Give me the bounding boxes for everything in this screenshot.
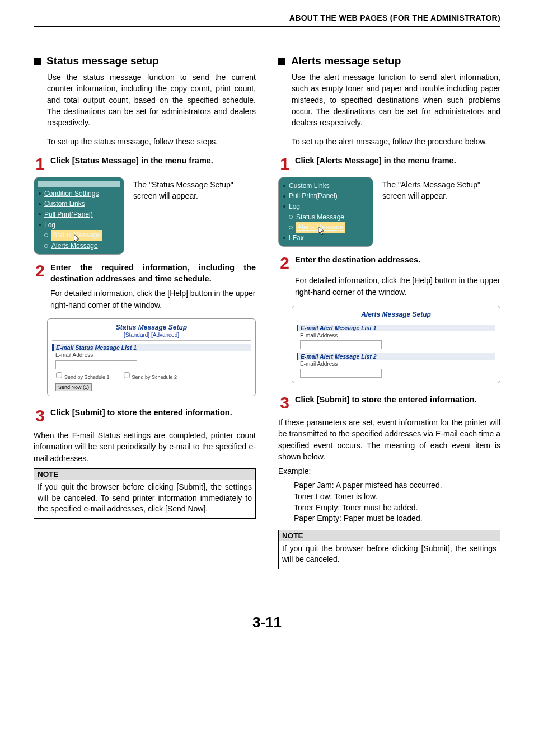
example-item: Paper Jam: A paper misfeed has occurred. bbox=[294, 480, 500, 491]
step3r-title: Click [Submit] to store the entered info… bbox=[295, 395, 500, 411]
step-number-3: 3 bbox=[278, 395, 289, 411]
note-box-status: NOTE If you quit the browser before clic… bbox=[34, 468, 256, 519]
email-field[interactable] bbox=[300, 340, 382, 349]
email-field[interactable] bbox=[300, 369, 382, 378]
step1-caption: The "Status Message Setup" screen will a… bbox=[133, 177, 256, 255]
email-field[interactable] bbox=[55, 360, 137, 369]
note-box-alerts: NOTE If you quit the browser before clic… bbox=[278, 530, 500, 569]
example-item: Toner Empty: Toner must be added. bbox=[294, 503, 500, 514]
step2r-detail: For detailed information, click the [Hel… bbox=[295, 275, 500, 298]
note-body: If you quit the browser before clicking … bbox=[34, 480, 255, 518]
cursor-icon bbox=[318, 227, 326, 236]
shot-label: E-mail Address bbox=[55, 352, 251, 358]
schedule2-checkbox[interactable]: Send by Schedule 2 bbox=[123, 372, 177, 380]
page-number: 3-11 bbox=[34, 614, 500, 631]
square-bullet-icon bbox=[278, 58, 285, 65]
menu-link-highlighted[interactable]: Status Message bbox=[51, 230, 102, 241]
menu-link[interactable]: Pull Print(Panel) bbox=[289, 191, 338, 201]
step-number-2: 2 bbox=[278, 255, 289, 271]
right-column: Alerts message setup Use the alert messa… bbox=[278, 55, 500, 569]
menu-link[interactable]: Status Message bbox=[296, 212, 344, 223]
shot-group: E-mail Status Message List 1 bbox=[52, 344, 251, 351]
cursor-icon bbox=[74, 234, 82, 243]
step1r-title: Click [Alerts Message] in the menu frame… bbox=[295, 156, 500, 172]
shot-title: Alerts Message Setup bbox=[297, 311, 495, 318]
menu-text: Log bbox=[44, 220, 55, 231]
menu-link[interactable]: Custom Links bbox=[44, 199, 85, 209]
header-divider bbox=[34, 26, 500, 27]
example-item: Toner Low: Toner is low. bbox=[294, 491, 500, 503]
example-list: Paper Jam: A paper misfeed has occurred.… bbox=[294, 480, 500, 524]
shot-label: E-mail Address bbox=[300, 332, 495, 339]
alerts-setup-screenshot: Alerts Message Setup E-mail Alert Messag… bbox=[292, 306, 500, 383]
step-number-1: 1 bbox=[278, 156, 289, 172]
menu-link[interactable]: Custom Links bbox=[289, 181, 330, 191]
shot-title: Status Message Setup bbox=[52, 323, 251, 331]
shot-label: E-mail Address bbox=[300, 361, 495, 367]
page-header: ABOUT THE WEB PAGES (FOR THE ADMINISTRAT… bbox=[34, 13, 500, 22]
status-setup-screenshot: Status Message Setup [Standard] [Advance… bbox=[47, 318, 256, 396]
menu-link[interactable]: Pull Print(Panel) bbox=[44, 209, 93, 220]
step-number-3: 3 bbox=[34, 407, 45, 424]
status-intro2: To set up the status message, follow the… bbox=[47, 136, 256, 147]
send-now-button[interactable]: Send Now (1) bbox=[55, 383, 92, 391]
menu-screenshot-status: Condition Settings Custom Links Pull Pri… bbox=[34, 177, 124, 255]
menu-text: Log bbox=[289, 201, 300, 212]
step-number-2: 2 bbox=[34, 262, 45, 284]
menu-link-highlighted[interactable]: Alerts Message bbox=[296, 222, 345, 233]
shot-group2: E-mail Alert Message List 2 bbox=[297, 353, 495, 360]
schedule1-checkbox[interactable]: Send by Schedule 1 bbox=[55, 372, 110, 380]
square-bullet-icon bbox=[34, 58, 41, 65]
example-label: Example: bbox=[278, 466, 500, 477]
step3-title: Click [Submit] to store the entered info… bbox=[50, 407, 256, 424]
step2-detail: For detailed information, click the [Hel… bbox=[50, 288, 256, 311]
alerts-after: If these parameters are set, event infor… bbox=[278, 417, 500, 462]
menu-link[interactable]: Condition Settings bbox=[44, 189, 99, 199]
alerts-intro: Use the alert message function to send a… bbox=[292, 72, 500, 128]
step2r-title: Enter the destination addresses. bbox=[295, 255, 500, 271]
svg-marker-0 bbox=[74, 234, 79, 243]
svg-marker-1 bbox=[318, 227, 324, 235]
section-title-status: Status message setup bbox=[46, 55, 159, 67]
step1r-caption: The "Alerts Message Setup" screen will a… bbox=[382, 177, 500, 247]
alerts-intro2: To set up the alert message, follow the … bbox=[292, 136, 500, 147]
step-number-1: 1 bbox=[34, 156, 45, 172]
shot-tab-standard[interactable]: [Standard] bbox=[124, 332, 149, 338]
note-head: NOTE bbox=[34, 469, 255, 480]
shot-tab-advanced[interactable]: [Advanced] bbox=[151, 332, 179, 338]
menu-link[interactable]: i-Fax bbox=[289, 233, 304, 243]
step2-title: Enter the required information, includin… bbox=[50, 262, 256, 284]
example-item: Paper Empty: Paper must be loaded. bbox=[294, 513, 500, 524]
status-after: When the E-mail Status settings are comp… bbox=[34, 430, 256, 464]
note-head: NOTE bbox=[279, 530, 500, 541]
menu-screenshot-alerts: Custom Links Pull Print(Panel) Log Statu… bbox=[278, 177, 373, 247]
shot-group1: E-mail Alert Message List 1 bbox=[297, 325, 495, 331]
status-intro: Use the status message function to send … bbox=[47, 72, 256, 128]
left-column: Status message setup Use the status mess… bbox=[34, 55, 256, 569]
section-title-alerts: Alerts message setup bbox=[291, 55, 401, 67]
step1-title: Click [Status Message] in the menu frame… bbox=[50, 156, 256, 172]
note-body: If you quit the browser before clicking … bbox=[279, 541, 500, 569]
